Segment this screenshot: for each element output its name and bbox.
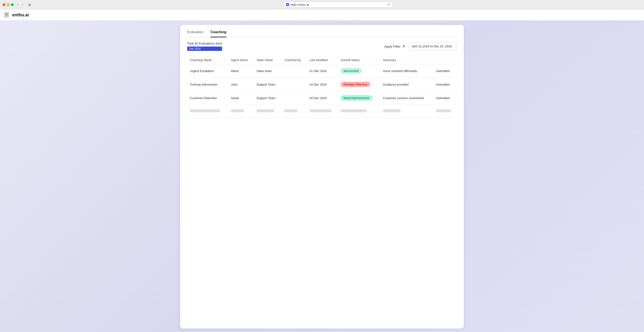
total-evaluations-label: Total 30 Evaluations done [187,42,222,45]
browser-chrome: ‹ › ▨ E https://enthu.ai ↻ [0,0,644,10]
cell-coaching-name: Customer Retention [187,91,228,105]
cell-status: Submitted [433,64,457,78]
status-badge: Successful [340,68,362,74]
cell-summary: Customer concern unresolved [380,91,433,105]
apply-filter-label: Apply Filter [384,45,400,48]
forward-button[interactable]: › [21,3,25,7]
cell-overall-status: Successful [338,64,380,78]
filter-left: Total 30 Evaluations done Dec 2024 [187,42,222,51]
cell-status: Submitted [433,78,457,91]
app-logo: enthu.ai [12,13,29,18]
filter-icon: ▼ [402,45,405,48]
table-row: Customer RetentionSarahSupport Team03 De… [187,91,457,105]
status-badge: Partially Effective [340,82,370,87]
reload-button[interactable]: ↻ [388,3,390,6]
filter-right: Apply Filter ▼ [384,43,457,50]
sidebar-toggle-button[interactable]: ▨ [27,3,32,7]
back-button[interactable]: ‹ [16,3,20,7]
tabs-container: Evaluation Coaching [187,30,457,37]
status-badge: Need Improvement [340,95,372,101]
traffic-lights [2,3,14,6]
cell-agent-name: Maria [228,64,254,78]
cell-coached-by [282,91,307,105]
col-last-modified: Last Modified [307,56,338,64]
cell-overall-status: Partially Effective [338,78,380,91]
skeleton-cell [307,105,338,117]
cell-coached-by [282,78,307,91]
cell-team-name: Support Team [254,91,282,105]
cell-team-name: Sales team [254,64,282,78]
cell-last-modified: 03 Dec 2024 [307,78,338,91]
table-row: Training InterventionJohnSupport Team03 … [187,78,457,91]
col-agent-name: Agent Name [228,56,254,64]
cell-last-modified: 03 Dec 2024 [307,91,338,105]
skeleton-cell [338,105,380,117]
col-coached-by: Coached By [282,56,307,64]
hamburger-menu-button[interactable]: ☰ [4,12,9,18]
col-overall-status: Overall Status [338,56,380,64]
cell-last-modified: 01 Dec 2024 [307,64,338,78]
cell-status: Submitted [433,91,457,105]
skeleton-cell [380,105,433,117]
coaching-table: Coaching Name Agent Name Team Name Coach… [187,56,457,117]
address-bar: E https://enthu.ai ↻ [284,2,393,8]
cell-agent-name: John [228,78,254,91]
skeleton-cell [282,105,307,117]
url-text: https://enthu.ai [290,3,388,6]
tab-evaluation[interactable]: Evaluation [187,30,204,37]
skeleton-cell [254,105,282,117]
main-background: Evaluation Coaching Total 30 Evaluations… [0,21,644,332]
content-card: Evaluation Coaching Total 30 Evaluations… [180,25,464,328]
cell-summary: Guidance provided [380,78,433,91]
cell-coached-by [282,64,307,78]
skeleton-cell [187,105,228,117]
app-header: ☰ enthu.ai [0,10,644,21]
cell-summary: Issue resolved effectively [380,64,433,78]
table-header-row: Coaching Name Agent Name Team Name Coach… [187,56,457,64]
cell-overall-status: Need Improvement [338,91,380,105]
cell-coaching-name: Training Intervention [187,78,228,91]
skeleton-cell [433,105,457,117]
date-range-input[interactable] [409,43,457,50]
apply-filter-button[interactable]: Apply Filter ▼ [384,45,405,48]
skeleton-row [187,105,457,117]
maximize-button[interactable] [11,3,14,6]
skeleton-cell [228,105,254,117]
col-summary: Summary [380,56,433,64]
cell-coaching-name: Urgent Escalation [187,64,228,78]
minimize-button[interactable] [7,3,10,6]
cell-team-name: Support Team [254,78,282,91]
filter-bar: Total 30 Evaluations done Dec 2024 Apply… [187,42,457,51]
month-badge: Dec 2024 [187,47,222,51]
table-row: Urgent EscalationMariaSales team01 Dec 2… [187,64,457,78]
close-button[interactable] [2,3,6,6]
col-status [433,56,457,64]
col-team-name: Team Name [254,56,282,64]
nav-buttons: ‹ › [16,3,24,7]
favicon-icon: E [286,3,289,6]
tab-coaching[interactable]: Coaching [210,30,226,37]
cell-agent-name: Sarah [228,91,254,105]
col-coaching-name: Coaching Name [187,56,228,64]
